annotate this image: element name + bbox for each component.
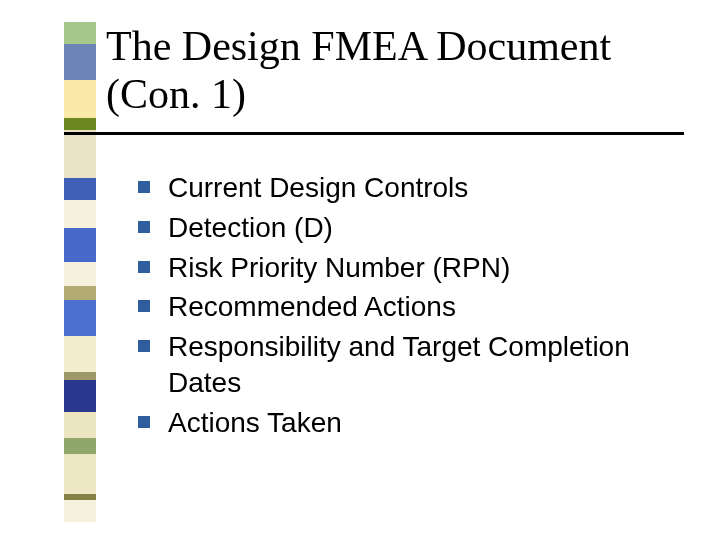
sidebar-block [64,412,96,438]
square-bullet-icon [138,181,150,193]
list-item: Detection (D) [138,210,678,246]
sidebar-block [64,336,96,372]
sidebar-block [64,44,96,80]
sidebar-block [64,118,96,130]
sidebar-block [64,200,96,228]
square-bullet-icon [138,261,150,273]
sidebar-block [64,262,96,286]
sidebar-block [64,300,96,336]
sidebar-block [64,130,96,178]
square-bullet-icon [138,300,150,312]
sidebar-block [64,228,96,262]
square-bullet-icon [138,340,150,352]
title-underline [64,132,684,135]
bullet-list: Current Design ControlsDetection (D)Risk… [138,170,678,441]
slide-title-area: The Design FMEA Document (Con. 1) [106,22,686,119]
square-bullet-icon [138,416,150,428]
list-item-text: Actions Taken [168,405,342,441]
sidebar-block [64,178,96,200]
list-item-text: Detection (D) [168,210,333,246]
list-item: Responsibility and Target Completion Dat… [138,329,678,401]
slide-body: Current Design ControlsDetection (D)Risk… [138,170,678,445]
sidebar-block [64,454,96,494]
list-item: Recommended Actions [138,289,678,325]
list-item-text: Responsibility and Target Completion Dat… [168,329,678,401]
sidebar-block [64,372,96,380]
sidebar-block [64,380,96,412]
slide-title: The Design FMEA Document (Con. 1) [106,22,686,119]
decorative-sidebar [64,22,96,518]
sidebar-block [64,80,96,118]
sidebar-block [64,286,96,300]
list-item: Actions Taken [138,405,678,441]
list-item: Risk Priority Number (RPN) [138,250,678,286]
sidebar-block [64,500,96,522]
list-item-text: Risk Priority Number (RPN) [168,250,510,286]
list-item-text: Recommended Actions [168,289,456,325]
list-item-text: Current Design Controls [168,170,468,206]
list-item: Current Design Controls [138,170,678,206]
square-bullet-icon [138,221,150,233]
sidebar-block [64,438,96,454]
sidebar-block [64,22,96,44]
